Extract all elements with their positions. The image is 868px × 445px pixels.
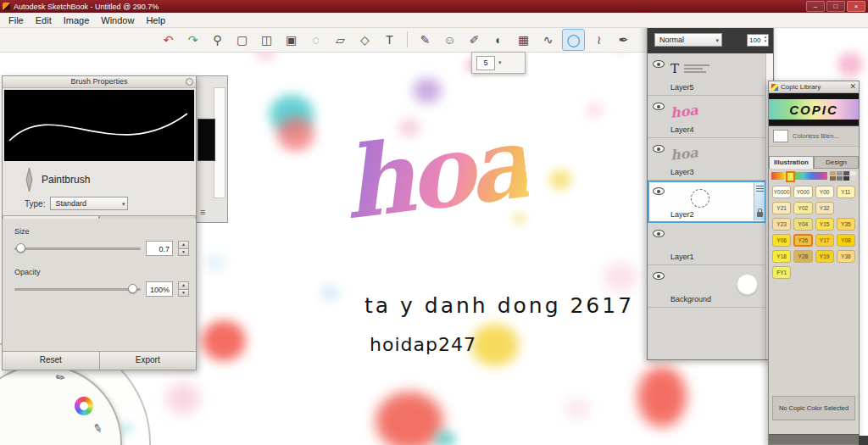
brush-properties-titlebar[interactable]: Brush Properties (3, 76, 196, 88)
brush-type-select[interactable]: Standard (50, 197, 128, 210)
visibility-eye-icon[interactable] (653, 103, 665, 110)
copic-chip-y38[interactable]: Y38 (837, 250, 855, 263)
visibility-eye-icon[interactable] (653, 145, 665, 153)
brush-size-popup[interactable]: 5 ▾ (471, 52, 526, 74)
family-swatch[interactable] (850, 171, 856, 175)
blend-mode-select[interactable]: Normal (654, 33, 722, 47)
menu-window[interactable]: Window (95, 14, 140, 26)
brush-size-value[interactable]: 5 (476, 56, 495, 70)
copic-chip-y15[interactable]: Y15 (815, 218, 834, 231)
brush-library-scrollbar[interactable] (214, 87, 225, 198)
minimize-button[interactable]: – (806, 1, 825, 12)
copic-chip-y11[interactable]: Y11 (837, 186, 855, 198)
copic-chip-y19[interactable]: Y19 (815, 250, 834, 263)
layer-controls-strip[interactable] (754, 182, 765, 220)
copic-chip-fy1[interactable]: FY1 (772, 266, 791, 279)
copic-chip-y04[interactable]: Y04 (793, 218, 812, 231)
brush-pair-icon[interactable]: ✐ (464, 30, 485, 50)
copic-chip-y0000[interactable]: Y0000 (772, 186, 791, 198)
menu-image[interactable]: Image (58, 14, 96, 26)
copic-chip-y23[interactable]: Y23 (772, 218, 791, 231)
family-swatch[interactable] (830, 171, 836, 175)
magic-select-icon[interactable]: ◫ (256, 30, 277, 50)
lasso-select-icon[interactable]: ◌ (305, 30, 326, 50)
blob-brush-icon[interactable]: ☺ (439, 30, 460, 50)
opacity-stepper[interactable]: ▲▼ (178, 281, 189, 297)
brush-swatch[interactable] (198, 119, 215, 161)
ellipse-guide-icon[interactable]: ◯ (562, 29, 585, 51)
visibility-eye-icon[interactable] (653, 60, 665, 68)
pencil-tool-icon[interactable]: ✎ (415, 30, 436, 50)
layer-row-layer3[interactable]: hoaLayer3 (648, 138, 766, 181)
copic-chip-y06[interactable]: Y06 (772, 234, 791, 247)
close-icon[interactable] (186, 78, 193, 86)
color-family-bar[interactable] (771, 172, 827, 180)
reset-button[interactable]: Reset (3, 352, 99, 370)
steady-stroke-icon[interactable]: ∿ (537, 30, 559, 50)
close-button[interactable]: × (847, 1, 865, 12)
sphere-guide-icon[interactable]: ◐ (488, 30, 509, 50)
french-curve-icon[interactable]: ≀ (588, 30, 609, 50)
copic-chip-y26[interactable]: Y26 (793, 234, 812, 247)
layer-row-layer2[interactable]: Layer2 (648, 181, 766, 223)
colorless-blender-row[interactable]: Colorless Blen... (769, 126, 859, 147)
layer-opacity-input[interactable]: 100 (747, 34, 769, 47)
copic-chip-y21[interactable]: Y21 (772, 202, 791, 214)
family-swatch[interactable] (843, 171, 849, 175)
colorless-label: Colorless Blen... (793, 132, 839, 140)
family-swatch[interactable] (850, 176, 856, 181)
polyline-select-icon[interactable]: ▱ (330, 30, 351, 50)
tab-illustration[interactable]: Illustration (769, 156, 814, 169)
pen-mode-icon[interactable]: ✒ (613, 30, 634, 50)
marquee-select-icon[interactable]: ▢ (231, 30, 253, 50)
family-swatch[interactable] (843, 176, 849, 181)
tab-design[interactable]: Design (814, 156, 859, 169)
menu-icon[interactable]: ≡ (200, 207, 205, 217)
size-slider[interactable] (14, 248, 141, 250)
menu-edit[interactable]: Edit (30, 14, 58, 26)
copic-chip-y35[interactable]: Y35 (837, 218, 855, 231)
copic-chip-y02[interactable]: Y02 (793, 202, 812, 214)
layer-row-layer5[interactable]: TLayer5 (648, 53, 766, 96)
layer-row-background[interactable]: Background (648, 265, 766, 308)
opacity-slider-knob[interactable] (128, 284, 137, 293)
crop-icon[interactable]: ▣ (281, 30, 302, 50)
size-stepper[interactable]: ▲▼ (178, 241, 189, 256)
layer-opacity-icon[interactable] (756, 186, 764, 186)
zoom-icon[interactable]: ⚲ (207, 30, 228, 50)
copic-chip-y28[interactable]: Y28 (793, 250, 812, 263)
maximize-button[interactable]: □ (826, 1, 845, 12)
visibility-eye-icon[interactable] (653, 272, 665, 280)
color-wheel-icon[interactable] (75, 397, 93, 415)
visibility-eye-icon[interactable] (653, 187, 665, 195)
copic-chip-y17[interactable]: Y17 (815, 234, 834, 247)
copic-chip-y000[interactable]: Y000 (793, 186, 812, 198)
copic-titlebar[interactable]: Copic Library ✕ (769, 81, 859, 93)
close-icon[interactable]: ✕ (849, 83, 856, 91)
lock-icon[interactable] (757, 212, 763, 217)
size-slider-knob[interactable] (16, 243, 25, 253)
copic-chip-y08[interactable]: Y08 (837, 234, 855, 247)
size-value[interactable]: 0.7 (146, 241, 173, 256)
symmetry-icon[interactable]: ▦ (513, 30, 534, 50)
copic-chip-y32[interactable]: Y32 (815, 202, 834, 214)
copic-chip-y18[interactable]: Y18 (772, 250, 791, 263)
layer-row-layer1[interactable]: Layer1 (648, 223, 766, 265)
family-swatch[interactable] (837, 171, 843, 175)
visibility-eye-icon[interactable] (653, 230, 665, 237)
redo-icon[interactable]: ↷ (182, 30, 203, 50)
opacity-value[interactable]: 100% (146, 281, 173, 297)
opacity-slider[interactable] (14, 288, 141, 291)
window-resize-grip[interactable] (859, 436, 868, 445)
export-button[interactable]: Export (99, 352, 197, 370)
layer-row-layer4[interactable]: hoaLayer4 (648, 96, 766, 138)
distort-transform-icon[interactable]: ◇ (354, 30, 376, 50)
undo-icon[interactable]: ↶ (158, 30, 179, 50)
copic-chip-y00[interactable]: Y00 (815, 186, 834, 198)
colorless-swatch[interactable] (773, 130, 788, 142)
text-tool-icon[interactable]: T (379, 30, 400, 50)
menu-help[interactable]: Help (140, 14, 171, 26)
family-swatch[interactable] (830, 176, 836, 181)
menu-file[interactable]: File (3, 14, 30, 26)
family-swatch[interactable] (837, 176, 843, 181)
